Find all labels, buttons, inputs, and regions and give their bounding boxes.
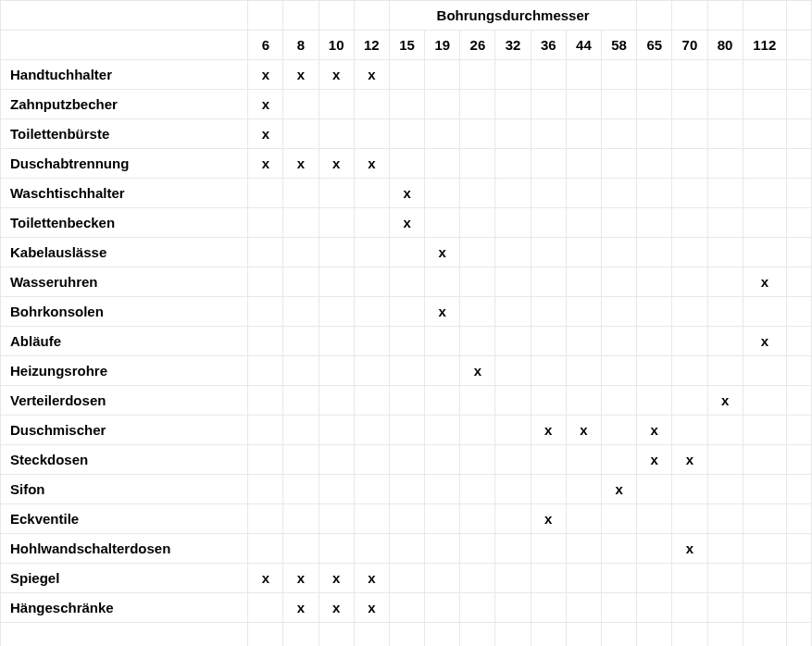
- table-cell: [460, 593, 495, 623]
- table-cell: [743, 208, 786, 238]
- table-cell: x: [389, 208, 424, 238]
- table-cell: [354, 475, 389, 504]
- table-cell: [389, 297, 424, 327]
- table-cell: [319, 416, 354, 445]
- table-cell: [389, 267, 424, 297]
- table-cell: [319, 445, 354, 475]
- table-cell: [602, 179, 637, 208]
- table-cell: [354, 445, 389, 475]
- table-cell: [248, 208, 283, 238]
- column-header: 112: [743, 31, 786, 60]
- table-cell: [389, 327, 424, 356]
- table-cell: [602, 534, 637, 564]
- row-label: Duschmischer: [1, 416, 248, 445]
- column-header: 15: [389, 31, 424, 60]
- table-cell: [637, 208, 672, 238]
- table-cell: [495, 267, 531, 297]
- row-label: Steckdosen: [1, 445, 248, 475]
- table-cell: [707, 327, 743, 356]
- table-cell: [495, 445, 531, 475]
- table-cell: [248, 267, 283, 297]
- table-cell: [743, 60, 786, 90]
- table-cell: [495, 149, 531, 179]
- table-cell: [460, 445, 495, 475]
- table-cell: [602, 238, 637, 267]
- table-cell: [389, 119, 424, 149]
- table-cell: [531, 445, 566, 475]
- table-cell: [495, 179, 531, 208]
- table-cell: [319, 386, 354, 416]
- table-cell: [566, 386, 601, 416]
- row-label: Bohrkonsolen: [1, 297, 248, 327]
- table-cell: [495, 208, 531, 238]
- table-cell: [319, 534, 354, 564]
- table-cell: x: [354, 564, 389, 593]
- table-cell: x: [283, 564, 319, 593]
- table-cell: [248, 534, 283, 564]
- table-cell: [637, 238, 672, 267]
- table-cell: [495, 327, 531, 356]
- table-cell: x: [425, 297, 460, 327]
- table-cell: [495, 386, 531, 416]
- table-cell: x: [248, 564, 283, 593]
- table-cell: [672, 238, 707, 267]
- table-cell: [460, 179, 495, 208]
- table-cell: [602, 416, 637, 445]
- table-cell: [672, 416, 707, 445]
- row-label: Sifon: [1, 475, 248, 504]
- table-cell: [637, 90, 672, 119]
- table-cell: x: [602, 475, 637, 504]
- table-cell: [389, 534, 424, 564]
- table-cell: [354, 504, 389, 534]
- table-cell: [389, 356, 424, 386]
- table-cell: [672, 327, 707, 356]
- table-cell: [495, 593, 531, 623]
- table-cell: [672, 475, 707, 504]
- table-cell: [460, 238, 495, 267]
- table-cell: [460, 208, 495, 238]
- table-cell: [531, 267, 566, 297]
- table-cell: [460, 327, 495, 356]
- table-cell: [248, 593, 283, 623]
- table-cell: [743, 534, 786, 564]
- table-cell: [672, 356, 707, 386]
- table-cell: [707, 60, 743, 90]
- table-cell: [637, 564, 672, 593]
- table-cell: [495, 534, 531, 564]
- table-cell: [283, 238, 319, 267]
- table-cell: [389, 564, 424, 593]
- table-cell: [425, 534, 460, 564]
- table-cell: [531, 149, 566, 179]
- table-cell: [602, 267, 637, 297]
- table-cell: [637, 267, 672, 297]
- table-cell: [389, 475, 424, 504]
- table-cell: [637, 119, 672, 149]
- table-cell: [319, 297, 354, 327]
- table-cell: [672, 386, 707, 416]
- table-cell: [707, 297, 743, 327]
- table-cell: [389, 386, 424, 416]
- row-label: Eckventile: [1, 504, 248, 534]
- table-cell: [743, 445, 786, 475]
- table-cell: [460, 267, 495, 297]
- table-cell: [602, 297, 637, 327]
- table-cell: [319, 327, 354, 356]
- table-cell: [672, 593, 707, 623]
- row-label: Hohlwandschalterdosen: [1, 534, 248, 564]
- table-cell: [707, 416, 743, 445]
- table-cell: [707, 90, 743, 119]
- table-cell: [495, 119, 531, 149]
- table-cell: [637, 504, 672, 534]
- table-cell: [460, 386, 495, 416]
- row-label: Duschabtrennung: [1, 149, 248, 179]
- table-cell: [425, 60, 460, 90]
- table-cell: [460, 564, 495, 593]
- table-title: Bohrungsdurchmesser: [389, 1, 636, 31]
- table-cell: [319, 179, 354, 208]
- table-cell: [566, 593, 601, 623]
- table-cell: [425, 90, 460, 119]
- table-cell: [707, 208, 743, 238]
- table-cell: [495, 238, 531, 267]
- column-header: 65: [637, 31, 672, 60]
- table-cell: [602, 593, 637, 623]
